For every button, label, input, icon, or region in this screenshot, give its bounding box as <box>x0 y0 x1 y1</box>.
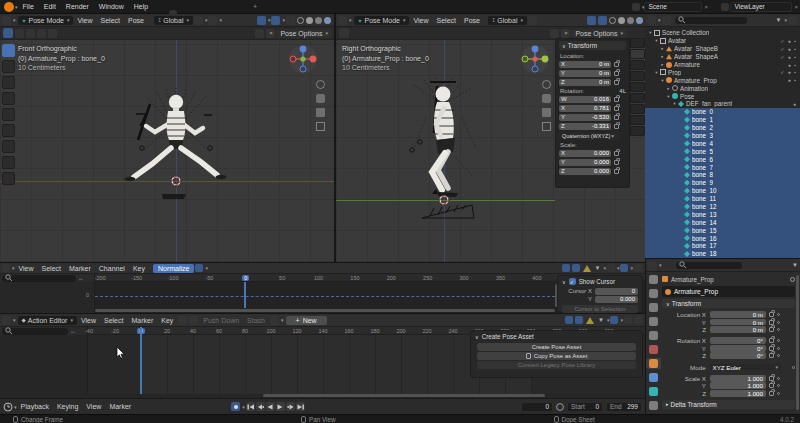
viewport-menu-item[interactable]: Select <box>97 17 124 24</box>
transform-row[interactable]: Location X 0 m▾ <box>662 311 795 318</box>
transform-row[interactable]: Mode XYZ Euler▾ <box>662 363 795 370</box>
outliner-row[interactable]: ▾ Armature_Prop ● ▪ <box>645 76 800 84</box>
play-reverse-button[interactable] <box>266 402 275 411</box>
transform-row[interactable]: Y 0°▾ <box>662 345 795 352</box>
measure-tool-button[interactable] <box>2 172 15 185</box>
timeline-menu-item[interactable]: Marker <box>105 403 135 410</box>
shading-solid-button[interactable] <box>618 17 625 24</box>
location-field-row[interactable]: Z0 m <box>559 78 626 86</box>
proportional-icon[interactable] <box>620 264 628 272</box>
animate-dot-icon[interactable] <box>777 321 780 324</box>
viewport-menu-item[interactable]: Pose <box>124 17 148 24</box>
outliner-row[interactable]: bone_13 <box>645 210 800 218</box>
transform-row[interactable]: Y 1.000▾ <box>662 382 795 389</box>
tab-output[interactable] <box>649 303 658 312</box>
outliner-row[interactable]: bone_10 <box>645 187 800 195</box>
n-panel-tab[interactable] <box>630 49 645 59</box>
workspace-tab[interactable] <box>217 10 225 14</box>
filter-icon[interactable]: ▼ <box>776 17 782 23</box>
dope-h-scrollbar[interactable] <box>263 394 545 397</box>
rotation-field-row[interactable]: Z-0.331 <box>559 122 626 130</box>
animate-dot-icon[interactable] <box>777 328 780 331</box>
viewlayer-icon[interactable] <box>721 3 729 11</box>
properties-search-input[interactable] <box>676 262 742 269</box>
channel-search-input[interactable] <box>2 275 76 282</box>
snap-icon[interactable] <box>607 264 615 272</box>
clear-button[interactable]: × <box>561 29 570 38</box>
animate-dot-icon[interactable] <box>777 377 780 380</box>
rotate-tool-button[interactable] <box>2 108 15 121</box>
next-keyframe-button[interactable] <box>286 402 295 411</box>
graph-canvas[interactable]: 0 <box>0 282 645 313</box>
frame-end-field[interactable]: End299 <box>606 402 642 412</box>
dope-menu-item[interactable]: Marker <box>127 317 157 324</box>
transform-panel-header[interactable]: ∨Transform <box>559 41 626 50</box>
axis-gizmo[interactable] <box>288 44 318 74</box>
tab-scene[interactable] <box>649 331 658 340</box>
graph-menu-item[interactable]: Key <box>129 265 149 272</box>
lock-icon[interactable] <box>614 62 619 67</box>
select-box-tool-button[interactable] <box>2 60 15 73</box>
lock-icon[interactable] <box>614 97 619 102</box>
mode-dropdown[interactable]: ✦ Pose Mode▾ <box>354 16 410 25</box>
graph-menu-item[interactable]: Marker <box>65 265 95 272</box>
outliner-row[interactable]: bone_1 <box>645 116 800 124</box>
transform-row[interactable]: Z 0 m▾ <box>662 326 795 333</box>
topbar-menu-item[interactable]: Window <box>94 3 129 10</box>
dope-menu-item[interactable]: Select <box>100 317 127 324</box>
topbar-menu-item[interactable]: File <box>18 3 39 10</box>
unlink-scene-icon[interactable]: × <box>704 4 708 10</box>
lock-icon[interactable] <box>614 169 619 174</box>
editor-type-icon[interactable] <box>2 264 10 272</box>
timeline-menu-item[interactable]: Keying <box>53 403 82 410</box>
show-hidden-icon[interactable] <box>575 316 583 324</box>
animate-dot-icon[interactable] <box>792 366 795 369</box>
n-panel-tab[interactable] <box>630 104 645 114</box>
graph-menu-item[interactable]: Select <box>38 265 65 272</box>
visibility-toggles[interactable]: ● ▪ <box>788 77 797 83</box>
outliner-row[interactable]: ▾ DEF_fan_parent ● <box>645 100 800 108</box>
rotation-mode-dropdown[interactable]: Quaternion (WXYZ)▾ <box>559 132 619 140</box>
outliner-row[interactable]: ▾ Prop ✓ ● ▪ <box>645 68 800 76</box>
cursor-x-field[interactable]: 0 <box>595 288 638 295</box>
push-down-button[interactable]: Push Down <box>199 317 243 324</box>
rotation-field-row[interactable]: X0.781 <box>559 104 626 112</box>
transform-row[interactable]: Z 0°▾ <box>662 352 795 359</box>
outliner-row[interactable]: bone_7 <box>645 163 800 171</box>
transform-tool-button[interactable] <box>2 140 15 153</box>
scale-field-row[interactable]: Z0.000 <box>559 167 626 175</box>
outliner-row[interactable]: bone_8 <box>645 171 800 179</box>
shading-material-button[interactable] <box>315 17 322 24</box>
workspace-tab[interactable] <box>241 10 249 14</box>
normalize-options-icon[interactable] <box>195 264 203 272</box>
shading-wireframe-button[interactable] <box>297 17 304 24</box>
new-action-button[interactable]: +New <box>286 316 327 325</box>
expander-icon[interactable]: ▾ <box>647 30 654 35</box>
stash-button[interactable]: Stash <box>243 317 269 324</box>
rotation-field-row[interactable]: W0.016 <box>559 95 626 103</box>
datablock-field[interactable]: Armature_Prop <box>662 286 795 297</box>
topbar-menu-item[interactable]: Help <box>129 3 153 10</box>
lock-icon[interactable] <box>769 383 774 388</box>
show-cursor-checkbox[interactable]: ✓ <box>569 278 576 285</box>
editor-mode-dropdown[interactable]: ◆ Action Editor▾ <box>18 316 77 325</box>
animate-dot-icon[interactable] <box>777 313 780 316</box>
topbar-menu-item[interactable]: Render <box>61 3 94 10</box>
tab-constraints[interactable] <box>649 401 658 410</box>
location-field-row[interactable]: X0 m <box>559 60 626 68</box>
add-workspace-button[interactable]: + <box>249 1 261 12</box>
rotation-field-row[interactable]: Y-0.530 <box>559 113 626 121</box>
mode-dropdown[interactable]: ✦ Pose Mode▾ <box>18 16 74 25</box>
outliner-row[interactable]: bone_5 <box>645 147 800 155</box>
outliner-row[interactable]: bone_12 <box>645 203 800 211</box>
prev-keyframe-button[interactable] <box>256 402 265 411</box>
lock-icon[interactable] <box>614 160 619 165</box>
delta-transform-header[interactable]: ▸Delta Transform <box>662 400 795 409</box>
normalize-toggle[interactable]: Normalize <box>153 264 195 273</box>
outliner-row[interactable]: ▸ Avatar_ShapeB ✓ ● ▪ <box>645 45 800 53</box>
tab-render[interactable] <box>649 289 658 298</box>
tab-physics[interactable] <box>649 387 658 396</box>
transform-row[interactable]: Z 1.000▾ <box>662 390 795 397</box>
outliner-row[interactable]: bone_3 <box>645 132 800 140</box>
lock-icon[interactable] <box>614 80 619 85</box>
